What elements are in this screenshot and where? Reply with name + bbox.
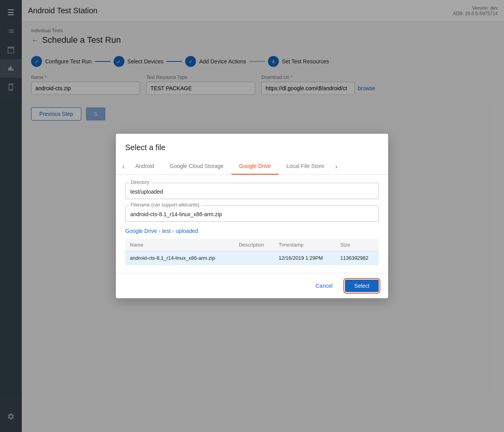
dialog-body: Directory Filename (can support wildcard…: [116, 175, 388, 273]
col-name: Name: [125, 239, 234, 251]
modal-overlay: Select a file ‹ Android Google Cloud Sto…: [0, 0, 504, 432]
filename-label: Filename (can support wildcards): [129, 202, 201, 208]
breadcrumb-sep-1: ›: [159, 228, 161, 234]
col-timestamp: Timestamp: [274, 239, 336, 251]
file-table-body: android-cts-8.1_r14-linux_x86-arm.zip 12…: [125, 251, 379, 265]
dialog-title: Select a file: [116, 134, 388, 158]
filename-field: Filename (can support wildcards): [125, 205, 379, 222]
filename-input[interactable]: [125, 205, 379, 222]
tab-google-drive[interactable]: Google Drive: [231, 158, 279, 175]
tab-next-arrow[interactable]: ›: [332, 159, 341, 174]
directory-label: Directory: [129, 180, 151, 185]
col-size: Size: [336, 239, 379, 251]
tab-prev-arrow[interactable]: ‹: [119, 159, 128, 174]
file-breadcrumb: Google Drive › test › uploaded: [125, 228, 379, 234]
cancel-button[interactable]: Cancel: [309, 280, 339, 292]
dialog-footer: Cancel Select: [116, 273, 388, 298]
tabs-container: ‹ Android Google Cloud Storage Google Dr…: [116, 158, 388, 175]
breadcrumb-google-drive[interactable]: Google Drive: [125, 228, 157, 234]
select-button[interactable]: Select: [345, 280, 379, 292]
breadcrumb-sep-2: ›: [172, 228, 174, 234]
tab-android[interactable]: Android: [128, 158, 162, 175]
breadcrumb-test[interactable]: test: [162, 228, 171, 234]
table-row[interactable]: android-cts-8.1_r14-linux_x86-arm.zip 12…: [125, 251, 379, 265]
table-header-row: Name Description Timestamp Size: [125, 239, 379, 251]
file-description: [234, 251, 274, 265]
col-description: Description: [234, 239, 274, 251]
breadcrumb-uploaded[interactable]: uploaded: [176, 228, 198, 234]
tab-google-cloud-storage[interactable]: Google Cloud Storage: [162, 158, 231, 175]
file-size: 1136392982: [336, 251, 379, 265]
file-table: Name Description Timestamp Size android-…: [125, 239, 379, 265]
directory-field: Directory: [125, 183, 379, 199]
file-name: android-cts-8.1_r14-linux_x86-arm.zip: [125, 251, 234, 265]
select-file-dialog: Select a file ‹ Android Google Cloud Sto…: [116, 134, 388, 298]
directory-input[interactable]: [125, 183, 379, 199]
tab-local-file-store[interactable]: Local File Store: [279, 158, 332, 175]
file-timestamp: 12/16/2019 1:29PM: [274, 251, 336, 265]
